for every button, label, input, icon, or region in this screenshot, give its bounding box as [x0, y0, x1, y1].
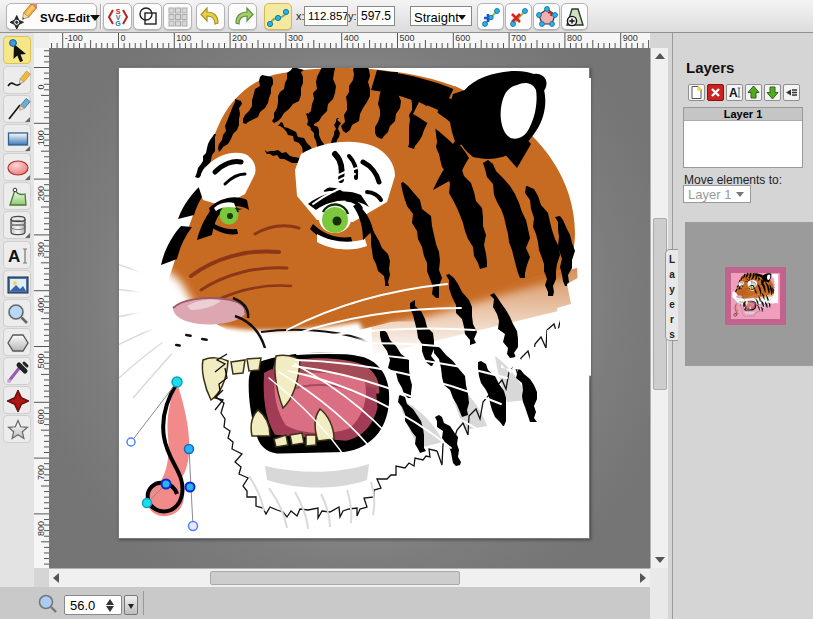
svg-text:600: 600 [455, 33, 470, 43]
svg-text:A: A [729, 86, 738, 100]
svg-text:500: 500 [36, 353, 46, 368]
svg-text:A: A [8, 247, 20, 266]
svg-text:900: 900 [623, 33, 638, 43]
svg-text:300: 300 [36, 242, 46, 257]
svg-text:400: 400 [36, 298, 46, 313]
svg-text:700: 700 [511, 33, 526, 43]
svg-text:800: 800 [36, 521, 46, 536]
svg-text:0: 0 [121, 33, 126, 43]
svg-text:100: 100 [176, 33, 191, 43]
svg-text:G: G [115, 20, 121, 27]
svg-text:600: 600 [36, 409, 46, 424]
svg-text:800: 800 [567, 33, 582, 43]
svg-text:200: 200 [36, 186, 46, 201]
svg-text:700: 700 [36, 465, 46, 480]
svg-text:100: 100 [36, 130, 46, 145]
svg-text:-100: -100 [65, 33, 83, 43]
svg-text:500: 500 [400, 33, 415, 43]
svg-text:300: 300 [288, 33, 303, 43]
svg-text:200: 200 [232, 33, 247, 43]
svg-text:0: 0 [36, 84, 46, 89]
svg-text:400: 400 [344, 33, 359, 43]
